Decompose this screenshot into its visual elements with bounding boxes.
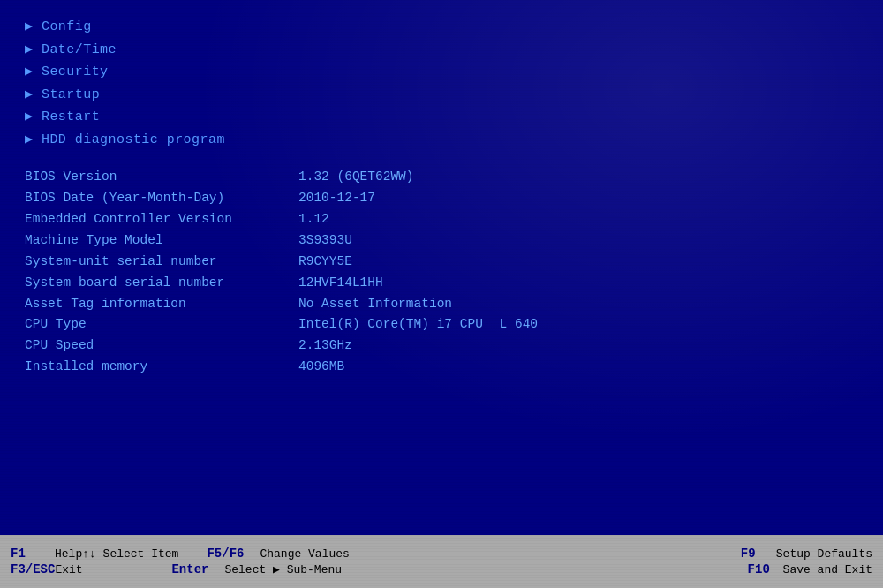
bios-content: Config Date/Time Security Startup Restar…: [0, 0, 883, 535]
asset-tag-label: Asset Tag information: [25, 294, 298, 315]
status-bar-inner: F1 Help↑↓ Select Item F5/F6 Change Value…: [11, 547, 872, 577]
f9-label: Setup Defaults: [776, 547, 872, 561]
sysboard-serial-row: System board serial number 12HVF14L1HH: [25, 273, 858, 294]
ec-version-value: 1.12: [298, 209, 858, 230]
asset-tag-value: No Asset Information: [298, 294, 858, 315]
f5f6-label: Change Values: [260, 547, 712, 561]
sysunit-serial-label: System-unit serial number: [25, 252, 298, 273]
sysboard-serial-label: System board serial number: [25, 273, 298, 294]
machine-type-label: Machine Type Model: [25, 230, 298, 252]
f9-key: F9: [741, 547, 776, 561]
cpu-extra: L 640: [500, 317, 539, 331]
menu-item-startup[interactable]: Startup: [25, 84, 858, 107]
installed-memory-row: Installed memory 4096MB: [25, 357, 858, 378]
menu-item-security[interactable]: Security: [25, 61, 858, 84]
menu-section: Config Date/Time Security Startup Restar…: [25, 16, 858, 151]
enter-key: Enter: [171, 562, 224, 577]
sysunit-serial-value: R9CYY5E: [298, 252, 858, 273]
status-row-1: F1 Help↑↓ Select Item F5/F6 Change Value…: [11, 547, 872, 561]
machine-type-row: Machine Type Model 3S9393U: [25, 230, 858, 252]
cpu-type-label: CPU Type: [25, 314, 298, 335]
machine-type-value: 3S9393U: [298, 230, 858, 252]
enter-label: Select ▶ Sub-Menu: [224, 562, 719, 577]
f10-key: F10: [748, 562, 783, 577]
menu-item-config[interactable]: Config: [25, 16, 858, 39]
f10-label: Save and Exit: [783, 563, 872, 577]
cpu-speed-row: CPU Speed 2.13GHz: [25, 335, 858, 357]
f1-label: Help↑↓ Select Item: [55, 547, 178, 561]
info-section: BIOS Version 1.32 (6QET62WW) BIOS Date (…: [25, 167, 858, 378]
status-bar: F1 Help↑↓ Select Item F5/F6 Change Value…: [0, 535, 883, 588]
installed-memory-value: 4096MB: [298, 357, 858, 378]
bios-version-label: BIOS Version: [25, 167, 298, 188]
bios-screen: Config Date/Time Security Startup Restar…: [0, 0, 883, 588]
f5f6-key: F5/F6: [207, 547, 260, 561]
bios-version-row: BIOS Version 1.32 (6QET62WW): [25, 167, 858, 188]
cpu-type-row: CPU Type Intel(R) Core(TM) i7 CPU L 640: [25, 314, 858, 335]
asset-tag-row: Asset Tag information No Asset Informati…: [25, 294, 858, 315]
bios-date-value: 2010-12-17: [298, 188, 858, 209]
menu-item-restart[interactable]: Restart: [25, 106, 858, 129]
sysunit-serial-row: System-unit serial number R9CYY5E: [25, 252, 858, 273]
f3esc-key: F3/ESC: [11, 562, 55, 577]
bios-version-value: 1.32 (6QET62WW): [298, 167, 858, 188]
installed-memory-label: Installed memory: [25, 357, 298, 378]
status-row-2: F3/ESC Exit Enter Select ▶ Sub-Menu F10 …: [11, 562, 872, 577]
f1-key: F1: [11, 547, 55, 561]
cpu-speed-value: 2.13GHz: [298, 335, 858, 357]
ec-version-row: Embedded Controller Version 1.12: [25, 209, 858, 230]
ec-version-label: Embedded Controller Version: [25, 209, 298, 230]
cpu-speed-label: CPU Speed: [25, 335, 298, 357]
f3esc-label: Exit: [55, 563, 143, 577]
menu-item-datetime[interactable]: Date/Time: [25, 39, 858, 62]
menu-item-hdd[interactable]: HDD diagnostic program: [25, 129, 858, 152]
sysboard-serial-value: 12HVF14L1HH: [298, 273, 858, 294]
cpu-type-value: Intel(R) Core(TM) i7 CPU L 640: [298, 314, 858, 335]
bios-date-label: BIOS Date (Year-Month-Day): [25, 188, 298, 209]
bios-date-row: BIOS Date (Year-Month-Day) 2010-12-17: [25, 188, 858, 209]
